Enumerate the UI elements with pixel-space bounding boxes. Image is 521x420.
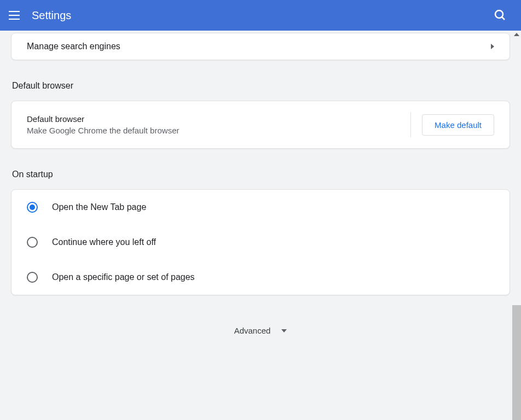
- menu-icon[interactable]: [9, 9, 22, 22]
- default-browser-text: Default browser Make Google Chrome the d…: [27, 114, 410, 135]
- search-engine-card: Manage search engines: [11, 33, 510, 60]
- default-browser-row: Default browser Make Google Chrome the d…: [11, 101, 510, 148]
- startup-card: Open the New Tab page Continue where you…: [11, 189, 510, 295]
- radio-checked-icon[interactable]: [27, 202, 38, 213]
- content-area: Manage search engines Default browser De…: [0, 31, 521, 420]
- manage-search-engines-label: Manage search engines: [27, 42, 120, 51]
- default-browser-section-title: Default browser: [12, 81, 510, 91]
- search-icon[interactable]: [494, 9, 507, 22]
- advanced-label: Advanced: [234, 326, 271, 335]
- default-browser-card: Default browser Make Google Chrome the d…: [11, 101, 510, 149]
- startup-option-specific[interactable]: Open a specific page or set of pages: [11, 260, 510, 295]
- startup-new-tab-label: Open the New Tab page: [52, 202, 146, 212]
- startup-section-title: On startup: [12, 170, 510, 179]
- divider: [410, 112, 411, 137]
- make-default-button[interactable]: Make default: [422, 114, 494, 136]
- app-header: Settings: [0, 0, 521, 31]
- startup-continue-label: Continue where you left off: [52, 237, 156, 247]
- manage-search-engines-row[interactable]: Manage search engines: [11, 33, 510, 60]
- caret-down-icon: [281, 329, 287, 332]
- chevron-right-icon: [491, 44, 494, 49]
- svg-point-0: [495, 10, 503, 18]
- advanced-toggle[interactable]: Advanced: [11, 304, 510, 368]
- svg-line-1: [502, 17, 505, 20]
- startup-option-new-tab[interactable]: Open the New Tab page: [11, 190, 510, 225]
- startup-specific-label: Open a specific page or set of pages: [52, 272, 195, 282]
- startup-option-continue[interactable]: Continue where you left off: [11, 225, 510, 260]
- scrollbar-thumb[interactable]: [512, 305, 521, 420]
- default-browser-title: Default browser: [27, 114, 410, 124]
- scroll-up-arrow-icon[interactable]: [514, 33, 519, 36]
- radio-unchecked-icon[interactable]: [27, 272, 38, 283]
- radio-unchecked-icon[interactable]: [27, 237, 38, 248]
- default-browser-subtitle: Make Google Chrome the default browser: [27, 126, 410, 135]
- page-title: Settings: [32, 9, 494, 22]
